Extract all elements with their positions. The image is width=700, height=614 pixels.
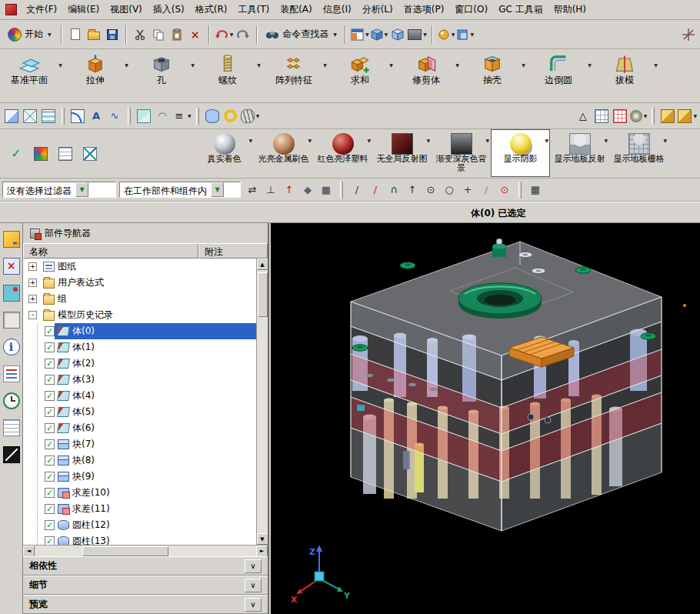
chevron-down-icon[interactable]: ∨ <box>245 559 262 573</box>
roles-icon[interactable] <box>3 446 20 463</box>
chevron-down-icon[interactable]: ∨ <box>245 598 262 612</box>
datum-csys-button[interactable] <box>21 106 39 126</box>
selection-scope-combo[interactable]: 在工作部件和组件内 ▼ <box>119 182 241 198</box>
checkbox-icon[interactable]: ✓ <box>45 407 55 417</box>
new-file-button[interactable] <box>66 25 85 45</box>
snap-center-button[interactable]: ⊙ <box>422 182 439 199</box>
snap-cube-button[interactable]: ■ <box>318 182 335 199</box>
snap-arc-button[interactable]: ∩ <box>385 182 402 199</box>
checkbox-icon[interactable]: ✓ <box>45 504 55 514</box>
feature-button-datum-plane[interactable]: 基准平面 <box>2 52 56 85</box>
tree-item[interactable]: ✓体(3) <box>23 372 256 388</box>
feature-button-shell[interactable]: 抽壳 <box>465 52 519 85</box>
apply-check-button[interactable]: ✓ <box>8 146 24 162</box>
chevron-down-icon[interactable]: ▼ <box>308 138 312 143</box>
chevron-down-icon[interactable]: ▼ <box>652 52 660 85</box>
feature-button-extrude[interactable]: 拉伸 <box>68 52 122 85</box>
part-navigator-icon[interactable] <box>3 312 20 329</box>
toolbar-grip[interactable] <box>652 108 655 125</box>
checkbox-icon[interactable]: ✓ <box>45 375 55 385</box>
scene-button[interactable]: ▼ <box>370 25 389 45</box>
section-preview[interactable]: 预览∨ <box>23 595 268 614</box>
chevron-down-icon[interactable]: ▼ <box>604 138 608 143</box>
tree-item[interactable]: ✓块(9) <box>23 469 256 485</box>
helix-button[interactable]: ▼ <box>240 106 261 126</box>
checkbox-icon[interactable]: ✓ <box>45 488 55 498</box>
menu-item[interactable]: 编辑(E) <box>62 1 105 18</box>
tree-item[interactable]: ✓圆柱(13) <box>23 533 256 545</box>
render-style-floor-grid[interactable]: 显示地板栅格▼ <box>609 129 668 177</box>
menu-item[interactable]: 信息(I) <box>318 1 357 18</box>
snap-line-button[interactable]: / <box>348 182 365 199</box>
combo-dropdown-icon[interactable]: ▼ <box>75 182 88 197</box>
cylinder-button[interactable] <box>203 106 222 126</box>
checkbox-icon[interactable]: ✓ <box>45 536 55 545</box>
redo-button[interactable] <box>234 25 252 45</box>
scroll-down-icon[interactable]: ▼ <box>257 533 268 545</box>
tree-item[interactable]: ✓体(1) <box>23 339 256 355</box>
snap-swap-button[interactable]: ⇄ <box>244 182 261 199</box>
snap-circle-button[interactable]: ○ <box>441 182 458 199</box>
background-swatch-button[interactable]: ▼ <box>407 25 428 45</box>
chevron-down-icon[interactable]: ▼ <box>663 138 667 143</box>
text-button[interactable]: A <box>87 106 105 126</box>
torus-button[interactable] <box>222 106 240 126</box>
toolbar-grip[interactable] <box>518 182 522 199</box>
chevron-down-icon[interactable]: ▼ <box>485 138 489 143</box>
feature-button-thread[interactable]: 螺纹 <box>201 52 255 85</box>
selection-filter-combo[interactable]: 没有选择过滤器 ▼ <box>2 182 116 198</box>
menu-item[interactable]: 格式(R) <box>190 1 233 18</box>
column-header-note[interactable]: 附注 <box>198 243 268 259</box>
visualization-button[interactable]: ▼ <box>437 25 456 45</box>
checkbox-icon[interactable]: ✓ <box>45 455 55 466</box>
snap-plane-button[interactable]: ◆ <box>299 182 316 199</box>
undo-button[interactable]: ▼ <box>214 25 235 45</box>
checkbox-icon[interactable]: ✓ <box>45 439 55 449</box>
csys-button[interactable] <box>82 146 98 162</box>
curve-button[interactable] <box>68 106 87 126</box>
snap-grid-button[interactable]: ▦ <box>527 182 544 199</box>
chevron-down-icon[interactable]: ▼ <box>122 52 131 85</box>
crosshair-button[interactable] <box>679 25 698 45</box>
open-file-button[interactable] <box>85 25 103 45</box>
tree-item[interactable]: ✓体(4) <box>23 388 256 404</box>
section-details[interactable]: 细节∨ <box>23 576 268 595</box>
snap-point-red-button[interactable]: ⊙ <box>496 182 513 199</box>
tree-item[interactable]: +组 <box>23 291 256 307</box>
render-style-sphere-silver[interactable]: 真实着色▼ <box>195 129 254 177</box>
chevron-down-icon[interactable]: ∨ <box>245 579 262 592</box>
menu-item[interactable]: 视图(V) <box>105 1 148 18</box>
command-finder-button[interactable]: 命令查找器 ▼ <box>262 25 341 45</box>
checkbox-icon[interactable]: ✓ <box>45 423 55 433</box>
menu-item[interactable]: 首选项(P) <box>398 1 450 18</box>
chevron-down-icon[interactable]: ▼ <box>321 52 329 85</box>
tree-item[interactable]: ✓体(2) <box>23 355 256 372</box>
render-style-sphere-bronze[interactable]: 光亮金属刷色▼ <box>254 129 313 177</box>
expander-icon[interactable]: + <box>28 279 37 287</box>
vertical-scrollbar[interactable]: ▲ ▼ <box>256 259 268 545</box>
feature-list-button[interactable]: ≡▼ <box>172 106 192 126</box>
menu-item[interactable]: 分析(L) <box>357 1 398 18</box>
snap-anchor-button[interactable]: ⊥ <box>262 182 279 199</box>
tree-item[interactable]: +用户表达式 <box>23 275 256 291</box>
render-style-floor-reflection[interactable]: 显示地板反射▼ <box>550 129 609 177</box>
tree-item[interactable]: -模型历史记录 <box>23 307 256 323</box>
chevron-down-icon[interactable]: ▼ <box>255 52 263 85</box>
delete-button[interactable]: × <box>186 25 205 45</box>
cut-button[interactable] <box>131 25 149 45</box>
tree-item[interactable]: ✓圆柱(12) <box>23 517 256 533</box>
chevron-down-icon[interactable]: ▼ <box>545 138 548 143</box>
expander-icon[interactable]: + <box>28 262 37 271</box>
snap-line-red-button[interactable]: / <box>367 182 384 199</box>
scroll-track[interactable] <box>257 270 268 533</box>
chevron-down-icon[interactable]: ▼ <box>453 52 462 85</box>
reuse-library-icon[interactable] <box>3 285 20 302</box>
feature-button-hole[interactable]: 孔 <box>135 52 188 85</box>
menu-item[interactable]: 插入(S) <box>148 1 190 18</box>
toolbar-grip[interactable] <box>62 108 65 125</box>
menu-item[interactable]: 窗口(O) <box>449 1 493 18</box>
blend-button[interactable]: ◠ <box>153 106 172 126</box>
gears-button[interactable]: ▼ <box>629 106 648 126</box>
notes-icon[interactable] <box>3 419 20 436</box>
graphics-viewport[interactable]: Z X Y <box>271 223 700 614</box>
